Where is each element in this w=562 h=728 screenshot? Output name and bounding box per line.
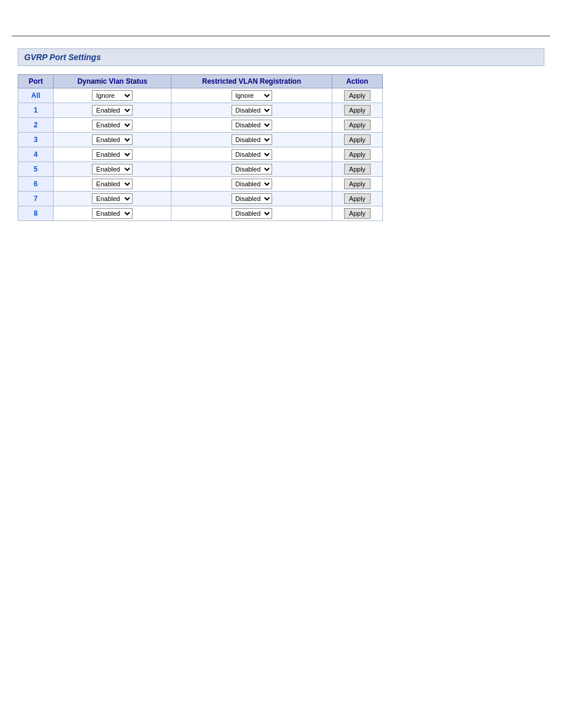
restricted-vlan-cell-1: IgnoreEnabledDisabled xyxy=(171,103,332,118)
dynamic-vlan-cell-5: IgnoreEnabledDisabled xyxy=(54,162,171,177)
table-header: Port Dynamic Vlan Status Restricted VLAN… xyxy=(18,75,383,88)
restricted-vlan-select-all[interactable]: Ignore Enabled Disabled xyxy=(232,90,272,101)
apply-button-4[interactable]: Apply xyxy=(344,149,371,160)
restricted-vlan-cell-4: IgnoreEnabledDisabled xyxy=(171,147,332,162)
action-cell-3: Apply xyxy=(332,133,382,147)
port-cell-5: 5 xyxy=(18,162,54,177)
header-row: Port Dynamic Vlan Status Restricted VLAN… xyxy=(18,75,383,88)
restricted-vlan-cell-7: IgnoreEnabledDisabled xyxy=(171,192,332,206)
apply-button-1[interactable]: Apply xyxy=(344,105,371,116)
table-row-2: 2IgnoreEnabledDisabledIgnoreEnabledDisab… xyxy=(18,118,383,133)
port-cell-4: 4 xyxy=(18,147,54,162)
table-row-all: All Ignore Enabled Disabled Ignore Enabl… xyxy=(18,88,383,103)
restricted-vlan-cell-8: IgnoreEnabledDisabled xyxy=(171,206,332,221)
dynamic-vlan-select-6[interactable]: IgnoreEnabledDisabled xyxy=(92,179,133,189)
col-port: Port xyxy=(18,75,54,88)
action-cell-5: Apply xyxy=(332,162,382,177)
restricted-vlan-select-5[interactable]: IgnoreEnabledDisabled xyxy=(232,164,272,174)
col-dynamic-vlan: Dynamic Vlan Status xyxy=(54,75,171,88)
apply-button-7[interactable]: Apply xyxy=(344,193,371,204)
restricted-vlan-select-7[interactable]: IgnoreEnabledDisabled xyxy=(232,193,272,204)
dynamic-vlan-cell-6: IgnoreEnabledDisabled xyxy=(54,177,171,192)
dynamic-vlan-select-7[interactable]: IgnoreEnabledDisabled xyxy=(92,193,133,204)
apply-button-2[interactable]: Apply xyxy=(344,120,371,130)
table-row-5: 5IgnoreEnabledDisabledIgnoreEnabledDisab… xyxy=(18,162,383,177)
apply-button-8[interactable]: Apply xyxy=(344,208,371,219)
restricted-vlan-cell-6: IgnoreEnabledDisabled xyxy=(171,177,332,192)
col-restricted-vlan: Restricted VLAN Registration xyxy=(171,75,332,88)
restricted-vlan-cell-all: Ignore Enabled Disabled xyxy=(171,88,332,103)
apply-button-6[interactable]: Apply xyxy=(344,179,371,189)
dynamic-vlan-select-2[interactable]: IgnoreEnabledDisabled xyxy=(92,120,133,130)
restricted-vlan-select-4[interactable]: IgnoreEnabledDisabled xyxy=(232,149,272,160)
port-cell-7: 7 xyxy=(18,192,54,206)
dynamic-vlan-cell-3: IgnoreEnabledDisabled xyxy=(54,133,171,147)
dynamic-vlan-select-3[interactable]: IgnoreEnabledDisabled xyxy=(92,134,133,145)
table-body: All Ignore Enabled Disabled Ignore Enabl… xyxy=(18,88,383,221)
port-cell-1: 1 xyxy=(18,103,54,118)
restricted-vlan-select-2[interactable]: IgnoreEnabledDisabled xyxy=(232,120,272,130)
port-cell-all: All xyxy=(18,88,54,103)
gvrp-port-settings-table: Port Dynamic Vlan Status Restricted VLAN… xyxy=(18,74,383,221)
dynamic-vlan-cell-8: IgnoreEnabledDisabled xyxy=(54,206,171,221)
port-cell-6: 6 xyxy=(18,177,54,192)
dynamic-vlan-select-all[interactable]: Ignore Enabled Disabled xyxy=(92,90,133,101)
action-cell-all: Apply xyxy=(332,88,382,103)
port-cell-2: 2 xyxy=(18,118,54,133)
main-content: GVRP Port Settings Port Dynamic Vlan Sta… xyxy=(0,37,562,233)
restricted-vlan-select-8[interactable]: IgnoreEnabledDisabled xyxy=(232,208,272,219)
action-cell-6: Apply xyxy=(332,177,382,192)
table-row-4: 4IgnoreEnabledDisabledIgnoreEnabledDisab… xyxy=(18,147,383,162)
port-cell-8: 8 xyxy=(18,206,54,221)
dynamic-vlan-cell-all: Ignore Enabled Disabled xyxy=(54,88,171,103)
table-row-6: 6IgnoreEnabledDisabledIgnoreEnabledDisab… xyxy=(18,177,383,192)
restricted-vlan-cell-2: IgnoreEnabledDisabled xyxy=(171,118,332,133)
dynamic-vlan-cell-1: IgnoreEnabledDisabled xyxy=(54,103,171,118)
dynamic-vlan-select-4[interactable]: IgnoreEnabledDisabled xyxy=(92,149,133,160)
restricted-vlan-select-3[interactable]: IgnoreEnabledDisabled xyxy=(232,134,272,145)
dynamic-vlan-cell-7: IgnoreEnabledDisabled xyxy=(54,192,171,206)
section-header: GVRP Port Settings xyxy=(18,48,544,66)
apply-button-5[interactable]: Apply xyxy=(344,164,371,174)
restricted-vlan-cell-3: IgnoreEnabledDisabled xyxy=(171,133,332,147)
col-action: Action xyxy=(332,75,382,88)
table-row-7: 7IgnoreEnabledDisabledIgnoreEnabledDisab… xyxy=(18,192,383,206)
action-cell-8: Apply xyxy=(332,206,382,221)
restricted-vlan-select-6[interactable]: IgnoreEnabledDisabled xyxy=(232,179,272,189)
apply-button-all[interactable]: Apply xyxy=(344,90,371,101)
action-cell-2: Apply xyxy=(332,118,382,133)
dynamic-vlan-cell-2: IgnoreEnabledDisabled xyxy=(54,118,171,133)
action-cell-4: Apply xyxy=(332,147,382,162)
dynamic-vlan-cell-4: IgnoreEnabledDisabled xyxy=(54,147,171,162)
restricted-vlan-select-1[interactable]: IgnoreEnabledDisabled xyxy=(232,105,272,116)
restricted-vlan-cell-5: IgnoreEnabledDisabled xyxy=(171,162,332,177)
table-row-8: 8IgnoreEnabledDisabledIgnoreEnabledDisab… xyxy=(18,206,383,221)
action-cell-1: Apply xyxy=(332,103,382,118)
apply-button-3[interactable]: Apply xyxy=(344,134,371,145)
action-cell-7: Apply xyxy=(332,192,382,206)
port-cell-3: 3 xyxy=(18,133,54,147)
dynamic-vlan-select-5[interactable]: IgnoreEnabledDisabled xyxy=(92,164,133,174)
table-row-1: 1IgnoreEnabledDisabledIgnoreEnabledDisab… xyxy=(18,103,383,118)
dynamic-vlan-select-8[interactable]: IgnoreEnabledDisabled xyxy=(92,208,133,219)
table-row-3: 3IgnoreEnabledDisabledIgnoreEnabledDisab… xyxy=(18,133,383,147)
section-title: GVRP Port Settings xyxy=(24,52,538,62)
dynamic-vlan-select-1[interactable]: IgnoreEnabledDisabled xyxy=(92,105,133,116)
